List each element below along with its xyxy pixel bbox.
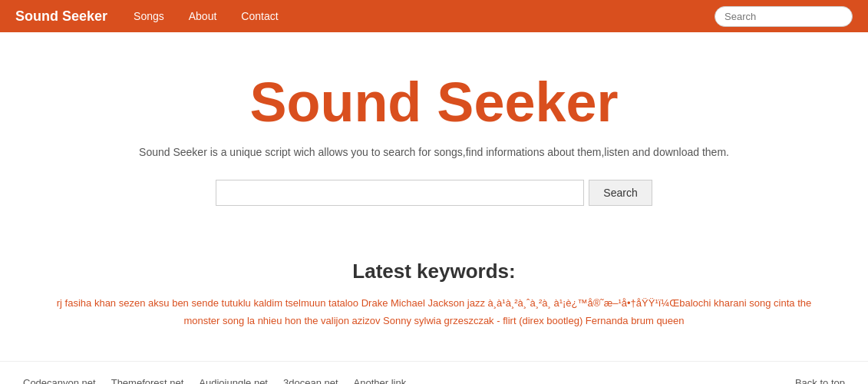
keyword-special[interactable]: à¸à¹à¸²à¸ˆà¸²à¸ à¹¡è¿™å®˜æ–¹å•†åŸŸ¹ï¼Œba…: [488, 297, 711, 309]
keyword-tataloo[interactable]: tataloo: [328, 297, 358, 309]
nav-link-songs[interactable]: Songs: [123, 5, 175, 27]
keyword-song1[interactable]: song: [749, 297, 771, 309]
footer-link-3docean[interactable]: 3docean.net: [283, 377, 338, 384]
keyword-the2[interactable]: the: [304, 315, 318, 326]
keyword-tselmuun[interactable]: tselmuun: [285, 297, 326, 309]
keyword-monster[interactable]: monster: [183, 315, 219, 326]
keyword-kaldim[interactable]: kaldim: [253, 297, 282, 309]
keyword-brum[interactable]: brum: [631, 315, 654, 326]
keyword-rj[interactable]: rj: [57, 297, 62, 309]
search-bar: Search: [15, 180, 853, 206]
keyword-flirt[interactable]: - flirt (direx bootleg): [497, 315, 583, 326]
keyword-la[interactable]: la: [247, 315, 255, 326]
keyword-song2[interactable]: song: [223, 315, 244, 326]
keyword-sende[interactable]: sende: [191, 297, 218, 309]
keyword-kharani[interactable]: kharani: [714, 297, 747, 309]
keyword-valijon[interactable]: valijon: [321, 315, 349, 326]
keyword-nhieu[interactable]: nhieu: [258, 315, 282, 326]
keyword-tutuklu[interactable]: tutuklu: [222, 297, 251, 309]
footer: Codecanyon.net Themeforest.net Audiojung…: [0, 361, 868, 384]
keyword-michael[interactable]: Michael: [391, 297, 425, 309]
nav-link-about[interactable]: About: [178, 5, 228, 27]
keyword-azizov[interactable]: azizov: [352, 315, 381, 326]
keyword-khan[interactable]: khan: [94, 297, 116, 309]
hero-subtitle: Sound Seeker is a unique script wich all…: [15, 146, 853, 158]
keyword-cinta[interactable]: cinta: [774, 297, 794, 309]
nav-link-contact[interactable]: Contact: [230, 5, 289, 27]
back-to-top-link[interactable]: Back to top: [795, 377, 845, 384]
keyword-aksu[interactable]: aksu: [148, 297, 169, 309]
keyword-the1[interactable]: the: [797, 297, 811, 309]
hero-title: Sound Seeker: [15, 71, 853, 134]
nav-brand: Sound Seeker: [15, 8, 107, 25]
keywords-title: Latest keywords:: [46, 260, 822, 283]
keyword-drake[interactable]: Drake: [361, 297, 388, 309]
footer-link-themeforest[interactable]: Themeforest.net: [111, 377, 184, 384]
nav-search-wrap: [715, 6, 853, 27]
hero-section: Sound Seeker Sound Seeker is a unique sc…: [0, 32, 868, 260]
keyword-sonny[interactable]: Sonny: [383, 315, 411, 326]
keyword-ben[interactable]: ben: [172, 297, 189, 309]
keyword-fernanda[interactable]: Fernanda: [586, 315, 629, 326]
footer-link-another[interactable]: Another link: [354, 377, 407, 384]
keyword-queen[interactable]: queen: [656, 315, 684, 326]
keyword-fasiha[interactable]: fasiha: [65, 297, 92, 309]
footer-link-codecanyon[interactable]: Codecanyon.net: [23, 377, 96, 384]
keyword-sezen[interactable]: sezen: [119, 297, 146, 309]
keywords-section: Latest keywords: rj fasiha khan sezen ak…: [0, 260, 868, 361]
footer-link-audiojungle[interactable]: Audiojungle.net: [199, 377, 268, 384]
keyword-sylwia[interactable]: sylwia: [414, 315, 441, 326]
keyword-jazz[interactable]: jazz: [467, 297, 485, 309]
search-button[interactable]: Search: [589, 180, 652, 206]
keyword-grzeszczak[interactable]: grzeszczak: [444, 315, 494, 326]
keyword-hon[interactable]: hon: [285, 315, 302, 326]
search-input[interactable]: [216, 180, 584, 206]
nav-links: Songs About Contact: [123, 5, 715, 27]
nav-search-input[interactable]: [715, 6, 853, 27]
footer-links: Codecanyon.net Themeforest.net Audiojung…: [23, 377, 845, 384]
keywords-text: rj fasiha khan sezen aksu ben sende tutu…: [46, 294, 822, 330]
keyword-jackson[interactable]: Jackson: [427, 297, 464, 309]
navbar: Sound Seeker Songs About Contact: [0, 0, 868, 32]
